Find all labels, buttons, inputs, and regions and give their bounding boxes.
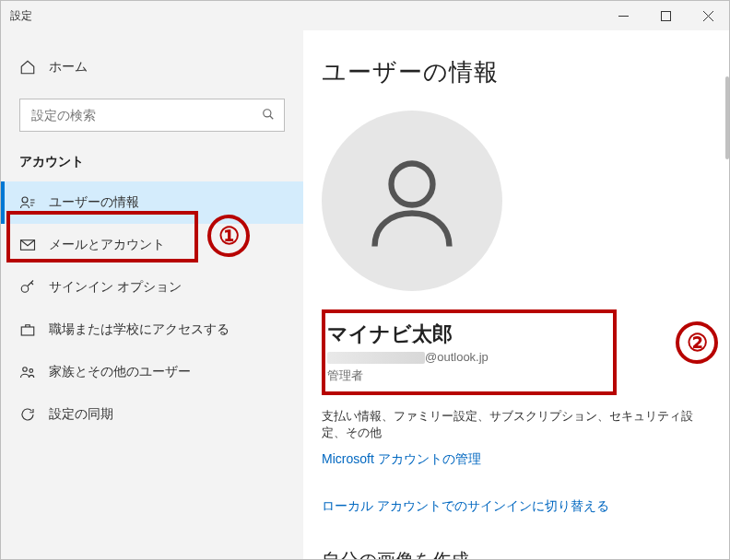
family-icon	[19, 364, 36, 380]
sidebar-item-label: サインイン オプション	[49, 279, 182, 296]
annotation-circle-2: ②	[676, 321, 718, 364]
client-area: ホーム アカウント ユーザーの情報 メールとアカウント	[1, 30, 729, 559]
user-info-box: マイナビ太郎 @outlook.jp 管理者	[322, 309, 617, 395]
svg-point-6	[23, 368, 28, 372]
user-name: マイナビ太郎	[327, 321, 602, 348]
home-icon	[19, 59, 36, 76]
sidebar-item-family-users[interactable]: 家族とその他のユーザー	[1, 351, 303, 393]
email-suffix: @outlook.jp	[425, 350, 489, 364]
page-title: ユーザーの情報	[322, 56, 711, 88]
svg-point-4	[21, 286, 29, 293]
main-panel: ユーザーの情報 マイナビ太郎 @outlook.jp 管理者 ② 支払い情報、フ…	[303, 30, 729, 559]
svg-point-2	[22, 197, 28, 203]
user-email: @outlook.jp	[327, 350, 602, 364]
sidebar-item-label: 職場または学校にアクセスする	[49, 321, 230, 338]
user-info-icon	[19, 194, 36, 211]
sidebar-item-work-school[interactable]: 職場または学校にアクセスする	[1, 309, 303, 351]
email-redacted-part	[327, 352, 425, 364]
mail-icon	[19, 237, 36, 253]
titlebar: 設定	[1, 1, 729, 30]
key-icon	[19, 279, 36, 296]
close-button[interactable]	[687, 1, 729, 30]
sidebar-item-label: ユーザーの情報	[49, 194, 139, 211]
sidebar-item-label: メールとアカウント	[49, 237, 165, 253]
sidebar-item-label: 家族とその他のユーザー	[49, 364, 191, 380]
manage-account-link[interactable]: Microsoft アカウントの管理	[322, 451, 481, 468]
window-title: 設定	[10, 8, 602, 24]
svg-rect-5	[21, 327, 34, 335]
sidebar: ホーム アカウント ユーザーの情報 メールとアカウント	[1, 30, 303, 559]
sidebar-section-title: アカウント	[1, 150, 303, 181]
create-picture-heading: 自分の画像を作成	[322, 548, 711, 559]
billing-info-text: 支払い情報、ファミリー設定、サブスクリプション、セキュリティ設定、その他	[322, 408, 711, 441]
home-label: ホーム	[49, 59, 88, 76]
switch-local-link[interactable]: ローカル アカウントでのサインインに切り替える	[322, 498, 609, 515]
scrollbar[interactable]	[725, 76, 729, 159]
svg-rect-0	[661, 11, 670, 20]
user-role: 管理者	[327, 368, 602, 384]
sync-icon	[19, 406, 36, 423]
search-box[interactable]	[19, 99, 285, 132]
settings-window: 設定 ホーム	[0, 0, 730, 560]
user-icon	[362, 151, 462, 251]
window-controls	[602, 1, 729, 30]
home-button[interactable]: ホーム	[1, 49, 303, 86]
avatar	[322, 111, 502, 291]
minimize-button[interactable]	[602, 1, 644, 30]
sidebar-item-signin-options[interactable]: サインイン オプション	[1, 266, 303, 309]
sidebar-item-label: 設定の同期	[49, 406, 113, 423]
sidebar-item-your-info[interactable]: ユーザーの情報	[1, 181, 303, 224]
sidebar-item-email-accounts[interactable]: メールとアカウント	[1, 224, 303, 266]
briefcase-icon	[19, 321, 36, 338]
svg-point-8	[392, 164, 433, 205]
search-icon	[262, 108, 275, 123]
search-input[interactable]	[31, 108, 262, 122]
maximize-button[interactable]	[644, 1, 687, 30]
svg-point-1	[264, 109, 271, 116]
sidebar-item-sync[interactable]: 設定の同期	[1, 393, 303, 436]
svg-point-7	[29, 369, 33, 373]
